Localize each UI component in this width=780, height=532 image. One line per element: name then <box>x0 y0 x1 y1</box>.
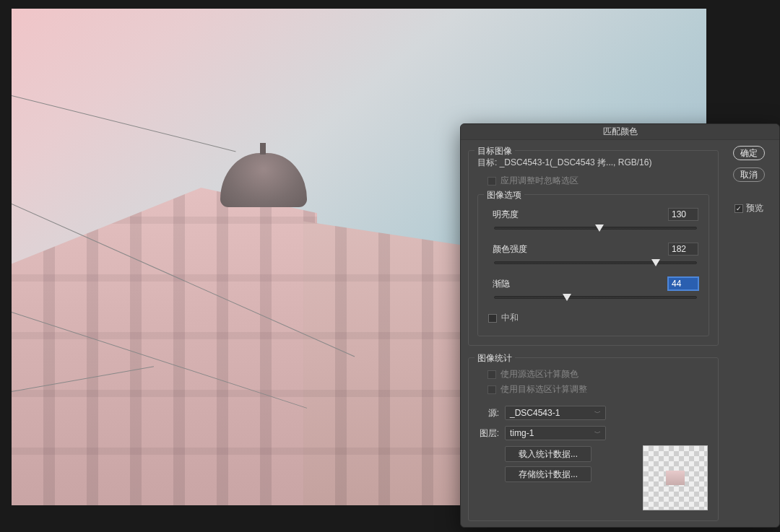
intensity-row: 颜色强度 182 <box>487 243 700 264</box>
source-value: _DSC4543-1 <box>510 408 560 418</box>
use-source-selection-label: 使用源选区计算颜色 <box>500 368 578 380</box>
intensity-thumb[interactable] <box>651 259 660 266</box>
image-options-group: 图像选项 明亮度 130 颜色强度 182 <box>477 194 709 336</box>
use-source-selection-checkbox <box>488 370 496 379</box>
dialog-title: 匹配颜色 <box>461 124 779 140</box>
target-line: 目标: _DSC4543-1(_DSC4543 拷..., RGB/16) <box>477 157 709 169</box>
source-thumbnail <box>643 445 708 510</box>
source-dropdown[interactable]: _DSC4543-1 ﹀ <box>505 406 606 420</box>
fade-row: 渐隐 44 <box>487 277 700 299</box>
source-row: 源: _DSC4543-1 ﹀ <box>477 406 709 420</box>
intensity-label: 颜色强度 <box>493 243 527 256</box>
save-stats-button[interactable]: 存储统计数据... <box>505 466 592 482</box>
brightness-value[interactable]: 130 <box>668 208 698 221</box>
layer-label: 图层: <box>477 427 499 440</box>
layer-row: 图层: timg-1 ﹀ <box>477 426 709 440</box>
ok-button[interactable]: 确定 <box>733 146 765 160</box>
target-image-group: 目标图像 目标: _DSC4543-1(_DSC4543 拷..., RGB/1… <box>468 150 719 346</box>
brightness-row: 明亮度 130 <box>487 208 700 230</box>
dialog-side-buttons: 确定 取消 预览 <box>724 146 774 521</box>
fade-value[interactable]: 44 <box>668 277 698 290</box>
target-prefix: 目标: <box>477 157 497 167</box>
fade-label: 渐隐 <box>493 278 510 290</box>
use-target-selection-row: 使用目标选区计算调整 <box>488 383 709 396</box>
chevron-down-icon: ﹀ <box>594 409 601 418</box>
brightness-thumb[interactable] <box>595 224 604 232</box>
source-label: 源: <box>477 407 499 419</box>
ignore-selection-row: 应用调整时忽略选区 <box>488 175 709 187</box>
preview-checkbox[interactable] <box>734 204 743 213</box>
chevron-down-icon: ﹀ <box>594 429 601 438</box>
fade-thumb[interactable] <box>563 294 571 301</box>
match-color-dialog: 匹配颜色 目标图像 目标: _DSC4543-1(_DSC4543 拷..., … <box>460 123 780 528</box>
group-legend-target: 目标图像 <box>474 145 515 157</box>
brightness-slider[interactable] <box>494 227 697 230</box>
fade-slider[interactable] <box>494 296 697 299</box>
layer-value: timg-1 <box>510 428 534 438</box>
use-target-selection-checkbox <box>488 385 496 394</box>
image-stats-group: 图像统计 使用源选区计算颜色 使用目标选区计算调整 源: _DSC4543-1 … <box>468 357 719 521</box>
layer-dropdown[interactable]: timg-1 ﹀ <box>505 426 606 440</box>
brightness-label: 明亮度 <box>493 209 519 221</box>
group-legend-stats: 图像统计 <box>474 352 515 365</box>
neutralize-label: 中和 <box>501 312 519 324</box>
preview-label: 预览 <box>746 202 763 214</box>
use-target-selection-label: 使用目标选区计算调整 <box>500 383 587 396</box>
target-value: _DSC4543-1(_DSC4543 拷..., RGB/16) <box>500 157 652 167</box>
group-legend-options: 图像选项 <box>484 189 524 201</box>
intensity-slider[interactable] <box>494 261 697 264</box>
load-stats-button[interactable]: 载入统计数据... <box>505 446 592 462</box>
source-thumbnail-image <box>666 471 685 485</box>
use-source-selection-row: 使用源选区计算颜色 <box>488 368 709 380</box>
neutralize-checkbox[interactable] <box>488 314 497 323</box>
neutralize-row: 中和 <box>488 312 700 324</box>
ignore-selection-label: 应用调整时忽略选区 <box>500 175 578 187</box>
cancel-button[interactable]: 取消 <box>733 167 765 182</box>
ignore-selection-checkbox <box>488 177 496 186</box>
intensity-value[interactable]: 182 <box>668 243 698 256</box>
preview-toggle-row: 预览 <box>734 202 763 214</box>
